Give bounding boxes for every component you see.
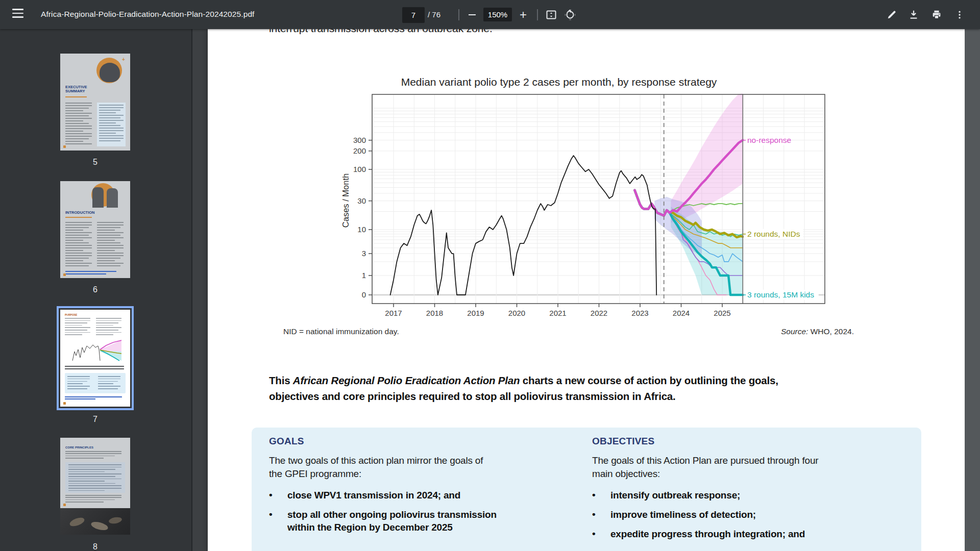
thumb-text-line <box>97 253 124 254</box>
lead-pre: This <box>269 374 293 386</box>
thumb-text-line <box>68 485 121 486</box>
svg-text:30: 30 <box>357 196 366 205</box>
thumbnail-sidebar: + EXECUTIVE SUMMARY 5 INTRODUCTION 6PURP… <box>0 29 192 551</box>
bullet-marker: • <box>592 528 610 541</box>
svg-text:100: 100 <box>353 165 366 173</box>
goal-bullet: •stop all other ongoing poliovirus trans… <box>269 509 540 534</box>
thumb-text-line <box>96 320 121 321</box>
lead-paragraph: This African Regional Polio Eradication … <box>269 373 927 405</box>
thumb-text-line <box>99 133 116 134</box>
thumb-text-line <box>67 376 90 377</box>
download-button[interactable] <box>905 6 922 23</box>
thumb-text-line <box>65 320 90 321</box>
thumb-text-line <box>97 258 120 259</box>
zoom-level[interactable]: 150% <box>483 8 512 21</box>
lead-post-2: objectives and core principles required … <box>269 389 927 405</box>
pencil-icon <box>886 9 897 20</box>
thumbnail-page-7[interactable]: PURPOSE <box>57 306 134 410</box>
thumbnail-page-8[interactable]: CORE PRINCIPLES <box>60 438 130 535</box>
goals-objectives-box: GOALS The two goals of this action plan … <box>252 428 921 551</box>
bullet-marker: • <box>592 489 610 502</box>
thumb-text-line <box>65 322 87 323</box>
zoom-in-button[interactable]: + <box>514 6 532 23</box>
annotate-button[interactable] <box>883 6 900 23</box>
thumb-text-line <box>65 265 89 266</box>
svg-text:2018: 2018 <box>426 309 443 317</box>
thumb-text-line <box>98 388 118 389</box>
response-strategy-chart: 3002001003010310201720182019202020212022… <box>208 29 965 358</box>
lead-post-1: charts a new course of action by outlini… <box>520 374 778 386</box>
svg-text:2022: 2022 <box>591 309 607 317</box>
thumb-text-line <box>65 327 90 328</box>
thumb-text-line <box>97 247 124 248</box>
thumb-text-line <box>67 388 87 389</box>
thumb-text-line <box>65 368 124 369</box>
page-total: / 76 <box>428 10 440 19</box>
bullet-text: stop all other ongoing poliovirus transm… <box>287 509 497 534</box>
svg-text:3 rounds, 15M kids: 3 rounds, 15M kids <box>747 290 814 299</box>
thumbnail-page-label: 6 <box>57 285 134 294</box>
thumb-text-line <box>65 136 92 137</box>
svg-text:2017: 2017 <box>385 309 402 317</box>
thumb-text-line <box>98 376 120 377</box>
more-options-button[interactable] <box>951 6 968 23</box>
thumbnail-page-label: 5 <box>57 158 134 167</box>
thumb-text-line <box>65 230 83 231</box>
thumb-text-line <box>97 232 124 233</box>
thumb-text-line <box>65 110 83 111</box>
thumb-heading: EXECUTIVE SUMMARY <box>65 85 101 94</box>
objectives-heading: OBJECTIVES <box>592 436 888 447</box>
thumbnail-preview: + EXECUTIVE SUMMARY <box>60 54 130 151</box>
thumb-text-line <box>65 118 92 119</box>
thumb-text-line <box>96 334 113 335</box>
toolbar-divider <box>537 9 538 20</box>
svg-text:Median variant polio type 2 ca: Median variant polio type 2 cases per mo… <box>401 76 717 88</box>
page-number-input[interactable] <box>402 7 425 23</box>
thumbnail-preview: CORE PRINCIPLES <box>60 438 130 535</box>
thumbnail-page-6[interactable]: INTRODUCTION <box>60 181 130 278</box>
thumb-text-line <box>99 117 120 118</box>
thumb-text-line <box>65 330 87 331</box>
thumb-text-line <box>99 135 124 136</box>
thumb-text-line <box>98 383 113 384</box>
thumb-text-line <box>65 105 92 106</box>
thumb-text-line <box>97 263 124 264</box>
menu-icon[interactable] <box>12 9 30 21</box>
thumb-text-line <box>68 476 115 477</box>
thumb-text-line <box>96 318 121 319</box>
thumb-heading: PURPOSE <box>65 314 85 317</box>
zoom-out-button[interactable] <box>463 6 481 23</box>
svg-text:1: 1 <box>362 271 366 280</box>
thumb-text-line <box>68 464 121 465</box>
bullet-text: expedite progress through integration; a… <box>610 528 805 541</box>
thumb-text-line <box>97 255 124 256</box>
thumb-text-line <box>67 381 87 382</box>
thumb-text-line <box>65 456 115 457</box>
download-icon <box>908 9 919 20</box>
thumb-text-line <box>65 263 92 264</box>
scrollbar-track[interactable] <box>965 29 980 551</box>
rotate-button[interactable] <box>561 6 579 23</box>
thumbnail-page-5[interactable]: + EXECUTIVE SUMMARY <box>60 54 130 151</box>
thumb-text-line <box>65 128 92 129</box>
thumb-text-line <box>65 260 83 261</box>
thumb-text-line <box>65 453 121 454</box>
thumb-text-line <box>68 488 121 489</box>
thumb-text-line <box>68 481 105 482</box>
fit-page-button[interactable] <box>543 6 560 23</box>
thumb-text-line <box>97 240 115 241</box>
svg-text:300: 300 <box>353 136 366 144</box>
thumb-text-line <box>65 120 83 121</box>
toolbar-divider <box>458 9 459 20</box>
more-vert-icon <box>954 10 965 20</box>
thumb-text-line <box>65 458 104 459</box>
svg-text:2021: 2021 <box>549 309 566 317</box>
print-button[interactable] <box>928 6 945 23</box>
thumb-text-line <box>96 327 121 328</box>
objectives-intro: The goals of this Action Plan are pursue… <box>592 454 888 480</box>
document-title: Africa-Regional-Polio-Eradication-Action… <box>41 10 255 19</box>
thumb-text-line <box>65 103 92 104</box>
thumb-text-line <box>65 245 92 246</box>
thumb-text-line <box>65 502 104 503</box>
bullet-marker: • <box>269 489 287 502</box>
